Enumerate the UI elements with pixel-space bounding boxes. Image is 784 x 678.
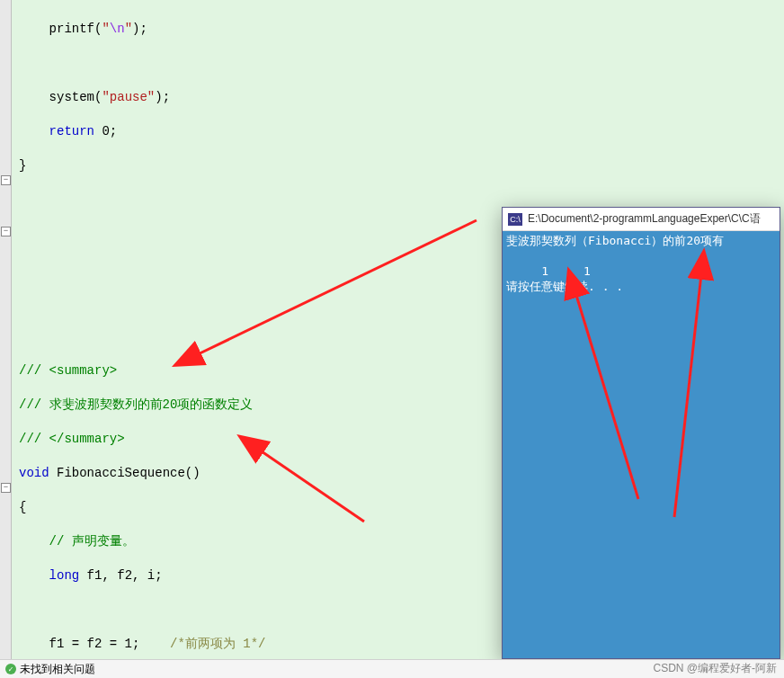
comment-line: /// </summary> [19, 432, 125, 446]
console-line: 1 1 [506, 264, 591, 278]
console-app-icon: C:\ [508, 213, 522, 226]
code-token: ); [132, 22, 147, 36]
code-token: printf [49, 22, 94, 36]
code-token: "pause" [102, 90, 155, 104]
comment-block: /*前两项为 1*/ [170, 637, 265, 651]
code-token: " [125, 22, 132, 36]
fold-gutter: − − − [0, 0, 12, 659]
console-window[interactable]: C:\ E:\Document\2-programmLanguageExper\… [502, 207, 780, 659]
code-token: f1 = f2 = 1; [49, 637, 170, 651]
console-output: 斐波那契数列（Fibonacci）的前20项有 1 1 请按任意键继续. . . [503, 231, 780, 658]
code-token: f1, f2, i; [79, 568, 162, 583]
code-token: \n [110, 22, 125, 36]
status-text: 未找到相关问题 [20, 662, 95, 677]
function-signature: FibonacciSequence() [49, 466, 200, 480]
fold-minus-icon[interactable]: − [1, 175, 11, 185]
code-token: system [49, 90, 94, 104]
fold-minus-icon[interactable]: − [1, 483, 11, 493]
fold-minus-icon[interactable]: − [1, 227, 11, 236]
code-token: " [102, 22, 109, 36]
status-bar: ✓ 未找到相关问题 [0, 659, 784, 678]
console-title-text: E:\Document\2-programmLanguageExper\C\C语 [528, 211, 761, 227]
console-line: 请按任意键继续. . . [506, 280, 623, 293]
console-line: 斐波那契数列（Fibonacci）的前20项有 [506, 234, 724, 247]
code-token: long [49, 568, 80, 583]
code-token: } [19, 158, 26, 173]
code-token: ); [155, 90, 170, 104]
console-titlebar[interactable]: C:\ E:\Document\2-programmLanguageExper\… [503, 208, 780, 231]
comment-line: /// 求斐波那契数列的前20项的函数定义 [19, 397, 253, 412]
comment-line: // 声明变量。 [49, 534, 135, 549]
status-ok-icon: ✓ [5, 664, 16, 674]
comment-line: /// <summary> [19, 363, 117, 378]
code-token: { [19, 500, 26, 514]
code-token: 0; [94, 124, 117, 138]
code-token: void [19, 466, 49, 480]
code-token: return [49, 124, 94, 138]
